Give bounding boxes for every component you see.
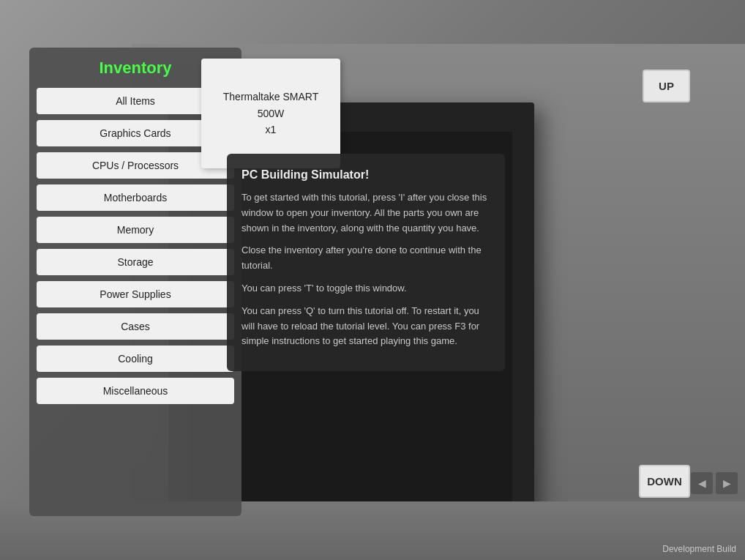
tutorial-title: PC Building Simulator! (242, 168, 490, 182)
tutorial-paragraph-2: Close the inventory after you're done to… (242, 243, 490, 274)
tutorial-dialog: PC Building Simulator! To get started wi… (227, 154, 505, 371)
tutorial-paragraph-1: To get started with this tutorial, press… (242, 190, 490, 236)
tutorial-paragraph-4: You can press 'Q' to turn this tutorial … (242, 304, 490, 349)
dev-build-label: Development Build (662, 544, 736, 554)
btn-cooling[interactable]: Cooling (37, 346, 234, 372)
left-arrow-icon[interactable]: ◀ (691, 472, 713, 494)
item-card: Thermaltake SMART 500W x1 (201, 59, 340, 168)
down-button[interactable]: DOWN (639, 465, 690, 498)
btn-cases[interactable]: Cases (37, 313, 234, 340)
btn-motherboards[interactable]: Motherboards (37, 184, 234, 211)
arrow-icons-container: ◀ ▶ (691, 472, 738, 494)
item-card-content: Thermaltake SMART 500W x1 (223, 89, 318, 138)
btn-storage[interactable]: Storage (37, 249, 234, 275)
right-arrow-icon[interactable]: ▶ (716, 472, 738, 494)
btn-power-supplies[interactable]: Power Supplies (37, 281, 234, 307)
tutorial-paragraph-3: You can press 'T' to toggle this window. (242, 281, 490, 296)
item-name-line2: 500W (223, 105, 318, 122)
item-quantity: x1 (223, 122, 318, 138)
btn-memory[interactable]: Memory (37, 217, 234, 243)
item-name-line1: Thermaltake SMART (223, 89, 318, 105)
up-button[interactable]: UP (643, 70, 690, 102)
btn-miscellaneous[interactable]: Miscellaneous (37, 378, 234, 404)
